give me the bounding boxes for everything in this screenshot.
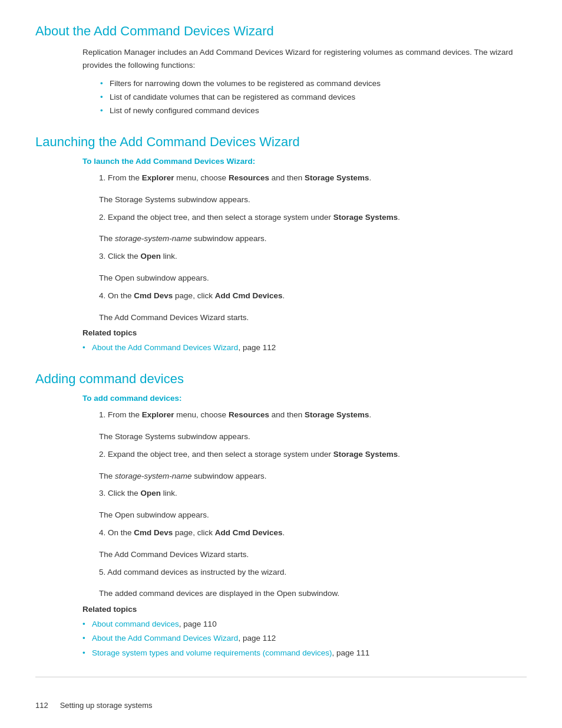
add-step-4-container: 4. On the Cmd Devs page, click Add Cmd D… bbox=[35, 526, 527, 561]
add-step-4-text: On the Cmd Devs page, click Add Cmd Devi… bbox=[108, 528, 285, 537]
list-item: About the Add Command Devices Wizard, pa… bbox=[82, 341, 527, 355]
step-2-text: Expand the object tree, and then select … bbox=[108, 213, 400, 222]
footer-section-text: Setting up storage systems bbox=[60, 701, 153, 710]
step-4-text: On the Cmd Devs page, click Add Cmd Devi… bbox=[108, 291, 285, 300]
add-step-3-num: 3. bbox=[99, 489, 105, 498]
add-step-5-num: 5. bbox=[99, 568, 105, 577]
step-1: 1. From the Explorer menu, choose Resour… bbox=[82, 172, 527, 185]
add-step-5-text: Add command devices as instructed by the… bbox=[107, 568, 286, 577]
add-step-2-container: 2. Expand the object tree, and then sele… bbox=[35, 448, 527, 483]
add-step-1-desc: The Storage Systems subwindow appears. bbox=[99, 430, 527, 443]
step-3-num: 3. bbox=[99, 252, 105, 261]
list-item: List of newly configured command devices bbox=[100, 104, 527, 118]
related-link-about-wizard[interactable]: About the Add Command Devices Wizard bbox=[92, 634, 238, 643]
add-step-2-num: 2. bbox=[99, 450, 105, 459]
related-link-1[interactable]: About the Add Command Devices Wizard bbox=[92, 343, 238, 352]
add-step-4-num: 4. bbox=[99, 528, 105, 537]
related-link-storage-types[interactable]: Storage system types and volume requirem… bbox=[92, 648, 332, 657]
step-4-desc: The Add Command Devices Wizard starts. bbox=[99, 311, 527, 324]
section-adding-subheading: To add command devices: bbox=[82, 394, 527, 403]
step-1-num: 1. bbox=[99, 173, 105, 182]
related-links-1: About the Add Command Devices Wizard, pa… bbox=[82, 341, 527, 355]
add-step-3-text: Click the Open link. bbox=[108, 489, 177, 498]
section-launching-title: Launching the Add Command Devices Wizard bbox=[35, 134, 527, 150]
add-step-1: 1. From the Explorer menu, choose Resour… bbox=[82, 409, 527, 422]
step-2-num: 2. bbox=[99, 213, 105, 222]
step-2-desc: The storage-system-name subwindow appear… bbox=[99, 232, 527, 245]
related-topics-heading-1: Related topics bbox=[82, 328, 527, 337]
section-about-bullets: Filters for narrowing down the volumes t… bbox=[100, 77, 527, 118]
add-step-2: 2. Expand the object tree, and then sele… bbox=[82, 448, 527, 462]
add-step-1-text: From the Explorer menu, choose Resources… bbox=[108, 410, 371, 419]
add-step-4: 4. On the Cmd Devs page, click Add Cmd D… bbox=[82, 526, 527, 540]
step-1-text: From the Explorer menu, choose Resources… bbox=[108, 173, 371, 182]
add-step-2-desc: The storage-system-name subwindow appear… bbox=[99, 470, 527, 483]
add-step-2-text: Expand the object tree, and then select … bbox=[108, 450, 400, 459]
add-step-4-desc: The Add Command Devices Wizard starts. bbox=[99, 548, 527, 561]
step-3-container: 3. Click the Open link. The Open subwind… bbox=[35, 250, 527, 285]
section-launching: Launching the Add Command Devices Wizard… bbox=[35, 134, 527, 355]
add-step-1-container: 1. From the Explorer menu, choose Resour… bbox=[35, 409, 527, 443]
list-item: Filters for narrowing down the volumes t… bbox=[100, 77, 527, 91]
section-adding-title: Adding command devices bbox=[35, 371, 527, 387]
related-links-2: About command devices, page 110 About th… bbox=[82, 617, 527, 660]
add-step-5-desc: The added command devices are displayed … bbox=[99, 587, 527, 600]
step-4-num: 4. bbox=[99, 291, 105, 300]
list-item: About command devices, page 110 bbox=[82, 617, 527, 631]
section-adding: Adding command devices To add command de… bbox=[35, 371, 527, 660]
step-3-desc: The Open subwindow appears. bbox=[99, 272, 527, 285]
add-step-5: 5. Add command devices as instructed by … bbox=[82, 566, 527, 579]
step-3: 3. Click the Open link. bbox=[82, 250, 527, 263]
step-2-container: 2. Expand the object tree, and then sele… bbox=[35, 211, 527, 246]
step-1-desc: The Storage Systems subwindow appears. bbox=[99, 193, 527, 206]
step-4: 4. On the Cmd Devs page, click Add Cmd D… bbox=[82, 289, 527, 303]
page-number: 112 bbox=[35, 701, 48, 710]
step-3-text: Click the Open link. bbox=[108, 252, 177, 261]
add-step-3: 3. Click the Open link. bbox=[82, 487, 527, 500]
add-step-1-num: 1. bbox=[99, 410, 105, 419]
step-1-container: 1. From the Explorer menu, choose Resour… bbox=[35, 172, 527, 206]
add-step-3-container: 3. Click the Open link. The Open subwind… bbox=[35, 487, 527, 522]
section-about-title: About the Add Command Devices Wizard bbox=[35, 24, 527, 39]
list-item: About the Add Command Devices Wizard, pa… bbox=[82, 631, 527, 645]
add-step-5-container: 5. Add command devices as instructed by … bbox=[35, 566, 527, 601]
add-step-3-desc: The Open subwindow appears. bbox=[99, 509, 527, 522]
list-item: List of candidate volumes that can be re… bbox=[100, 91, 527, 104]
section-launching-subheading: To launch the Add Command Devices Wizard… bbox=[82, 157, 527, 166]
section-about-intro: Replication Manager includes an Add Comm… bbox=[82, 46, 527, 71]
section-about: About the Add Command Devices Wizard Rep… bbox=[35, 24, 527, 118]
list-item: Storage system types and volume requirem… bbox=[82, 646, 527, 660]
step-4-container: 4. On the Cmd Devs page, click Add Cmd D… bbox=[35, 289, 527, 324]
related-topics-heading-2: Related topics bbox=[82, 605, 527, 614]
related-link-about-cmd[interactable]: About command devices bbox=[92, 620, 179, 628]
page-footer: 112 Setting up storage systems bbox=[35, 701, 527, 710]
footer-divider bbox=[35, 677, 527, 677]
step-2: 2. Expand the object tree, and then sele… bbox=[82, 211, 527, 225]
